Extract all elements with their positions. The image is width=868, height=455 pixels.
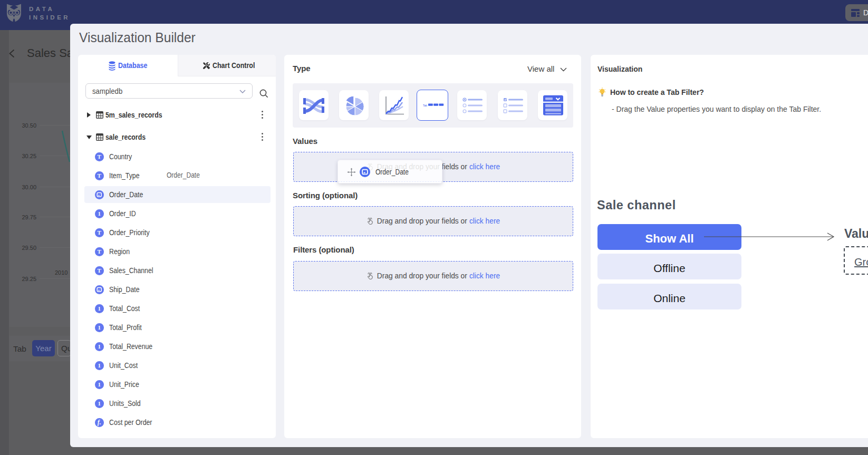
svg-text:Tab: Tab xyxy=(423,104,428,107)
